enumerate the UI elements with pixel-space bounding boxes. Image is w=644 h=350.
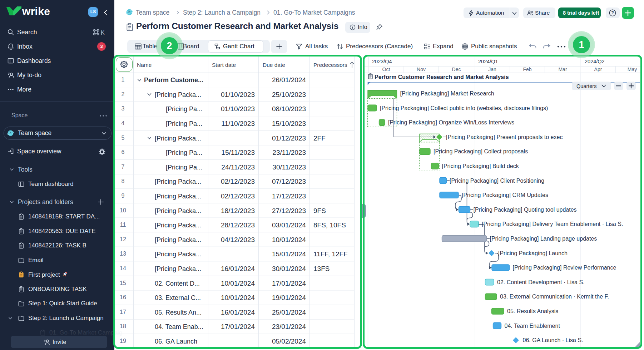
svg-text:?: ? bbox=[611, 10, 614, 15]
svg-text:wrike: wrike bbox=[22, 5, 50, 17]
svg-text:K: K bbox=[101, 30, 105, 36]
